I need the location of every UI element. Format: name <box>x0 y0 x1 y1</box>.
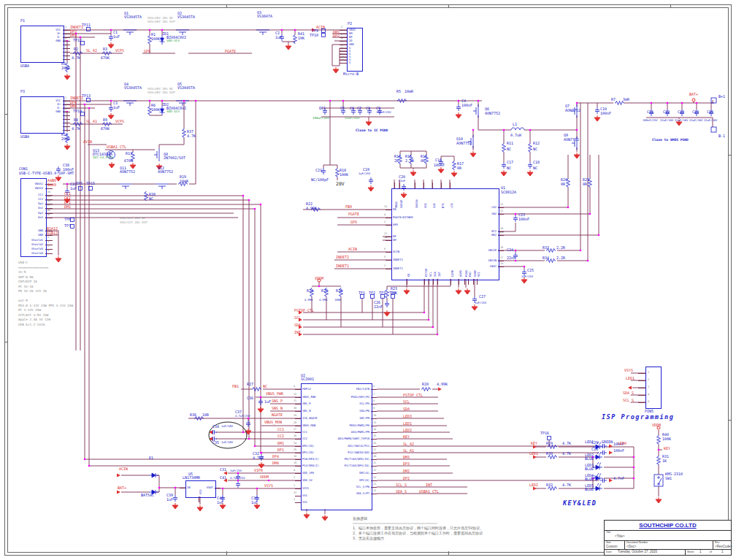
pin-u2-scl_s/p6: SCL_S/P6 <box>318 486 369 488</box>
notes-line: 1、端口单独使用，需要支持高压协议，两个端口同时连接，只允许低压5V协议。 <box>353 526 483 530</box>
pin-u2-vdd_5v: VDD_5V <box>302 479 313 482</box>
pin-u2-fbp14: FBP14 <box>302 388 310 391</box>
label-c16v: 100nF <box>434 164 445 167</box>
pin-u1-pad: PAD <box>469 272 472 277</box>
net-led0: LED0 <box>618 442 626 445</box>
pin-con1-shield4: Shield4 <box>22 252 43 255</box>
label-r29: R29 <box>546 442 553 445</box>
label-r13v: 670K <box>124 159 133 163</box>
net-acin2: ACIN <box>348 248 357 251</box>
usb-note-line: FCP/AFC 5-9V 24W <box>18 314 48 317</box>
label-c24v: 22nF <box>507 256 515 260</box>
label-c16: C16 <box>435 158 442 162</box>
rev-label: Rev <box>715 542 719 545</box>
pin-con1-cc1: CC1 <box>22 193 43 196</box>
pin-u2-vbus_mon: VBUS_MON <box>302 424 315 427</box>
label-tp13: TP13 <box>82 94 91 98</box>
doc-number-value: <Doc> <box>626 545 636 549</box>
label-r6v: 100K <box>151 108 160 112</box>
title-label: Title <box>606 532 610 534</box>
label-c10v: 100nF <box>600 112 611 115</box>
label-c7: C7 <box>357 107 361 110</box>
notes-heading: 盲插逻辑 <box>353 517 367 521</box>
label-r28v: 4.99K <box>437 383 448 386</box>
label-tp10: TP10 <box>310 34 318 37</box>
net-dm1c: DM1 <box>64 205 71 209</box>
net-vddm2: VDDM <box>260 475 269 479</box>
pin-u1-sns1p: SNS1P <box>400 200 403 208</box>
pin-p3-gnd: GND <box>22 110 61 113</box>
pin-u2-cc2: CC2 <box>302 437 307 440</box>
net-avin: AVIN <box>83 140 92 144</box>
label-r2: R2 <box>74 47 78 51</box>
label-r24: R24 <box>307 289 313 293</box>
usb-note-line: Apple 2.4A 5V 12W <box>18 318 50 321</box>
label-r5: R5 <box>396 90 401 93</box>
label-c12: C12 <box>663 110 670 114</box>
notes-line: 3、无边充边放能力 <box>353 537 384 540</box>
pin-con1-shield3: Shield3 <box>22 248 43 250</box>
net-led3n: LED3 <box>403 415 412 418</box>
label-r33: R33 <box>543 246 549 250</box>
net-dp4b: DP4 <box>272 455 279 459</box>
label-b1b: B-1 <box>718 134 725 138</box>
pin-u1-sns2p: SNS2P <box>445 249 497 252</box>
isp-section-title: ISP Programming <box>602 413 674 421</box>
pin-u1-hd1: HD1 <box>424 203 427 208</box>
net-sla2b: SL_A2 <box>403 442 414 446</box>
company-name: SOUTHCHIP CO.LTD <box>605 521 731 531</box>
pin-u2-dm1(io): DM1(IO) <box>302 445 314 448</box>
pin-u2-sda_s/p7: SDA_S/P7 <box>318 492 369 495</box>
pin-u2-sns_n: SNS_N <box>302 410 310 413</box>
net-usba1ctl1: USBA1_CTL <box>107 145 126 149</box>
label-c22v: 1uF <box>70 187 77 191</box>
label-q2v: VS3045TA <box>177 15 195 19</box>
net-keyn2: KEY <box>531 442 537 445</box>
net-gpo2: GPO <box>350 220 357 224</box>
label-r33v: 2.2R <box>556 246 565 250</box>
label-r24v: 4.99K <box>304 299 313 302</box>
label-r9: R9 <box>103 118 107 122</box>
label-ec1: EC1 <box>319 107 326 110</box>
label-c30v: 4.7nF <box>613 477 624 480</box>
label-c32v: 4.7nF <box>253 456 264 460</box>
keyled-section-title: KEY&LED <box>563 499 597 507</box>
pin-con1-shield2: Shield2 <box>22 243 43 246</box>
label-c9v: 100nF/25V <box>376 111 391 114</box>
label-q3v: VS3607A <box>257 15 272 18</box>
label-tp16: TP16 <box>540 431 549 435</box>
pin-u1-fb: FB <box>393 208 396 211</box>
net-led1n: LED1 <box>403 422 412 426</box>
pin-p1-gnd: GND <box>22 39 61 42</box>
size-label: Size <box>606 542 611 545</box>
label-closeic: Close to IC PGND <box>356 129 388 133</box>
label-c17v: NC <box>507 166 511 170</box>
label-r1v: 100K <box>151 37 160 41</box>
label-d1v: BAT54C <box>141 494 154 497</box>
label-c40v: 1uF <box>217 501 223 505</box>
rev-value: <RevCode> <box>715 545 732 549</box>
pin-u1-bt1: BT1 <box>442 203 445 208</box>
net-dm4b: DM4 <box>272 461 279 465</box>
net-fb9: FB9 <box>345 205 352 209</box>
label-led3v: BLUE <box>585 467 594 471</box>
label-r26v: 100K <box>334 299 341 302</box>
pin-p2-s: S <box>349 61 350 64</box>
label-r30v: 4.7K <box>562 452 571 456</box>
pin-u1-vbus: VBUS <box>395 202 398 208</box>
label-r37v: 4.7K <box>187 134 196 138</box>
label-c24: C24 <box>507 248 513 252</box>
label-v20: 20V <box>336 182 345 187</box>
pin-u2-ad4/pwm1/p9: AD4/PWM1/P9 <box>318 431 369 434</box>
pin-p3-vcc: VCC <box>22 99 61 102</box>
label-r8v: 4.7K <box>72 127 80 131</box>
usb-note-line: ================ <box>18 266 48 269</box>
net-batp2: BAT+ <box>118 486 126 490</box>
pin-u1-sda: SDA <box>434 272 437 277</box>
pin-u2-p1/t16x/dp3(io): P1/T16X/DP3(IO) <box>318 464 369 467</box>
pin-u2-scl/p5: SCL/P5 <box>318 402 369 405</box>
label-r40v: 100K <box>662 437 671 441</box>
label-led2v: BLUE <box>585 457 594 461</box>
label-c14v: 22uF/16V <box>689 119 702 122</box>
pin-con1-vbus3: VBUS3 <box>22 187 43 190</box>
